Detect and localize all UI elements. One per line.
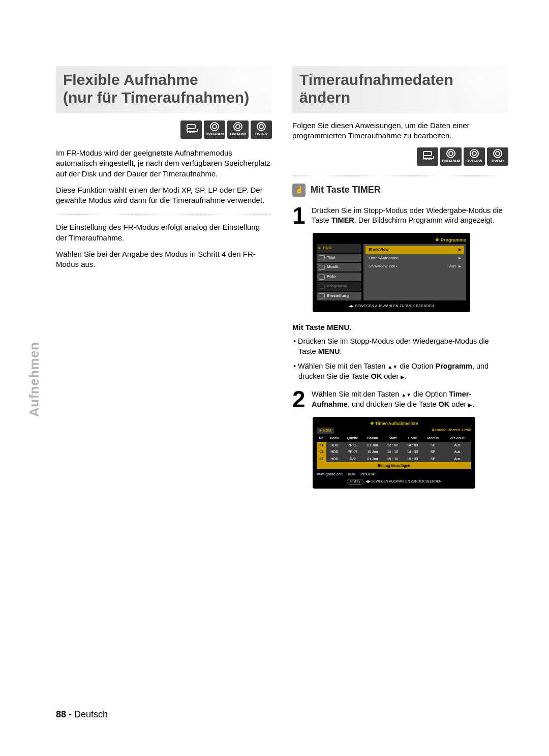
osd2-row-1: 01HDDPR 0201 Jan12 : 0014 : 00SPAus <box>317 442 471 448</box>
disc-dvdram-icon: DVD-RAM <box>204 120 225 139</box>
disc-dvdrw-icon: DVD-RW <box>227 120 249 139</box>
heading-right: Timeraufnahmedaten ändern <box>292 66 508 113</box>
osd2-footer: Anykey ◀▶ BEWEGEN AUSWÄHLEN ZURÜCK BEEND… <box>317 479 471 485</box>
osd1-tab-hdd: ▸ HDD <box>317 244 361 253</box>
disc-hdd-icon: HDD <box>180 120 202 139</box>
osd-timerlist: ❖ Timer-Aufnahmeliste ▸ HDD Aktuelle Uhr… <box>313 417 475 489</box>
disc-hdd-icon: HDD <box>417 147 438 166</box>
osd1-tab-foto: Foto <box>317 273 361 281</box>
osd1-item-svzeit: ShowView Zeit+: Aus <box>365 263 464 270</box>
osd1-tab-musik: Musik <box>317 263 361 271</box>
page-language: Deutsch <box>74 709 108 719</box>
step-2-text: Wählen Sie mit den Tasten die Option Tim… <box>312 389 508 409</box>
step-1: 1 Drücken Sie im Stopp-Modus oder Wieder… <box>292 206 508 226</box>
osd2-clock: Aktuelle Uhrzeit 12:00 <box>432 428 471 434</box>
osd1-item-showview: ShowView <box>365 246 464 254</box>
section-title: Mit Taste TIMER <box>311 184 381 196</box>
osd2-table: Nr.NachQuelleDatumStartEndeModusVPS/PDC … <box>317 435 471 469</box>
disc-dvdrw-icon: DVD-RW <box>464 147 485 166</box>
heading-right-line1: Timeraufnahmedaten <box>299 71 453 88</box>
osd2-addrow: Eintrag hinzufügen <box>317 462 471 469</box>
left-p2: Diese Funktion wählt einen der Modi XP, … <box>56 185 272 206</box>
disc-dvdr-icon: DVD-R <box>487 147 508 166</box>
section-tab: Aufnehmen <box>25 342 43 417</box>
right-column: Timeraufnahmedaten ändern Folgen Sie die… <box>292 66 508 499</box>
disc-dvdr-icon: DVD-R <box>251 120 272 139</box>
osd1-right-list: ShowView Timer-Aufnahme ShowView Zeit+: … <box>363 244 466 300</box>
left-column: Flexible Aufnahme (nur für Timeraufnahme… <box>56 66 272 499</box>
osd1-tab-titel: Titel <box>317 254 361 262</box>
osd-programme: Programme ▸ HDD Titel Musik Foto Program… <box>313 233 470 312</box>
osd2-row-3: 03HDDAV201 Jan15 : 1015 : 30SPAus <box>317 456 471 462</box>
disc-badges-left: HDD DVD-RAM DVD-RW DVD-R <box>56 120 272 139</box>
menu-heading: Mit Taste MENU. <box>292 322 508 332</box>
page-footer: 88 - Deutsch <box>56 708 108 720</box>
osd1-left-tabs: ▸ HDD Titel Musik Foto Programm Einstell… <box>317 244 361 300</box>
osd1-item-timer: Timer-Aufnahme <box>365 255 464 262</box>
menu-bullet-2: Wählen Sie mit den Tasten die Option Pro… <box>292 361 508 381</box>
heading-left-line2: (nur für Timeraufnahmen) <box>63 89 249 106</box>
osd1-title: Programme <box>317 237 466 243</box>
right-intro: Folgen Sie diesen Anweisungen, um die Da… <box>292 120 508 141</box>
anykey-icon: Anykey <box>347 479 363 485</box>
step-number-2: 2 <box>292 389 308 409</box>
divider-left <box>56 214 272 215</box>
heading-right-line2: ändern <box>299 89 350 106</box>
divider-right <box>292 175 508 176</box>
osd2-top-tab: ▸ HDD <box>317 428 334 434</box>
heading-left: Flexible Aufnahme (nur für Timeraufnahme… <box>56 66 272 113</box>
osd2-header-row: Nr.NachQuelleDatumStartEndeModusVPS/PDC <box>317 435 471 441</box>
osd2-available: Verfügbare Zeit HDD 29:10 SP <box>317 472 471 476</box>
osd2-title: ❖ Timer-Aufnahmeliste <box>317 421 471 427</box>
osd1-tab-programm: Programm <box>317 282 361 291</box>
osd1-footer: BEWEGEN AUSWÄHLEN ZURÜCK BEENDEN <box>317 304 466 308</box>
step-number-1: 1 <box>292 206 308 226</box>
left-p3: Die Einstellung des FR-Modus erfolgt ana… <box>56 222 272 243</box>
menu-alternative: Mit Taste MENU. Drücken Sie im Stopp-Mod… <box>292 322 508 382</box>
disc-badges-right: HDD DVD-RAM DVD-RW DVD-R <box>292 147 508 166</box>
section-head-timer: ☝ Mit Taste TIMER <box>292 184 508 197</box>
remote-icon: ☝ <box>292 184 306 197</box>
osd1-tab-einstellung: Einstellung <box>317 292 361 300</box>
page-content: Flexible Aufnahme (nur für Timeraufnahme… <box>0 0 549 529</box>
left-p1: Im FR-Modus wird der geeignetste Aufnahm… <box>56 148 272 179</box>
left-p4: Wählen Sie bei der Angabe des Modus in S… <box>56 249 272 270</box>
osd2-row-2: 02HDDPR 0715 Jan14 : 1014 : 30SPAus <box>317 448 471 455</box>
page-number: 88 - <box>56 709 72 719</box>
menu-bullet-1: Drücken Sie im Stopp-Modus oder Wiederga… <box>292 337 508 356</box>
disc-dvdram-icon: DVD-RAM <box>440 147 462 166</box>
step-1-text: Drücken Sie im Stopp-Modus oder Wiederga… <box>312 206 508 226</box>
heading-left-line1: Flexible Aufnahme <box>63 71 198 88</box>
step-2: 2 Wählen Sie mit den Tasten die Option T… <box>292 389 508 409</box>
